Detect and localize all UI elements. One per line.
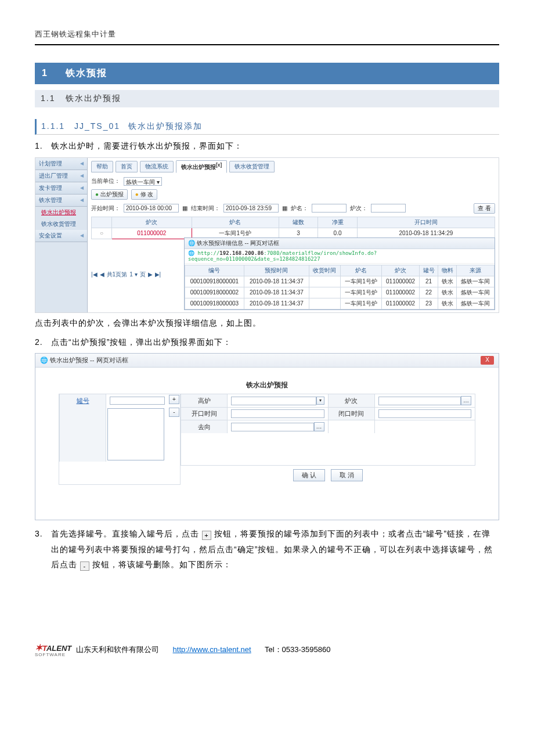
cell-luci: 011000002 xyxy=(112,228,192,239)
p1-text: 铁水出炉时，需要进行铁水出炉预报，界面如下： xyxy=(51,138,499,154)
pager-next-icon[interactable]: ▶ xyxy=(148,271,153,278)
h2-title: 铁水出炉预报 xyxy=(66,93,121,103)
start-input[interactable]: 2010-09-18 00:00 xyxy=(124,204,179,213)
row-radio[interactable] xyxy=(92,228,112,239)
close-button[interactable]: X xyxy=(481,356,494,365)
chevron-icon: ◀ xyxy=(80,173,84,178)
ph-1: 预报时间 xyxy=(244,265,309,276)
tab-receive[interactable]: 铁水收货管理 xyxy=(229,161,275,172)
th-radio xyxy=(92,217,112,228)
forecast-button[interactable]: 出炉预报 xyxy=(91,189,128,200)
calendar-icon[interactable]: ▦ xyxy=(282,205,287,211)
page-header: 西王钢铁远程集中计量 xyxy=(35,29,499,45)
popup-table: 编号 预报时间 收货时间 炉名 炉次 罐号 物料 来源 000100918000… xyxy=(185,265,495,309)
chevron-icon: ◀ xyxy=(80,233,84,238)
screenshot-main-ui: 计划管理◀ 进出厂管理◀ 发卡管理◀ 铁水管理◀ 铁水出炉预报 铁水收货管理 安… xyxy=(35,157,499,313)
sidebar-item-inout[interactable]: 进出厂管理◀ xyxy=(35,170,87,182)
inline-add-icon: + xyxy=(202,531,211,540)
sidebar-item-iron[interactable]: 铁水管理◀ xyxy=(35,195,87,207)
ok-button[interactable]: 确 认 xyxy=(293,469,325,481)
form-title: 铁水出炉预报 xyxy=(59,377,475,394)
lc-label: 炉次： xyxy=(350,204,367,213)
pager-last-icon[interactable]: ▶| xyxy=(155,271,161,278)
kaikou-label: 开口时间 xyxy=(181,408,227,420)
p2-text: 点击“出炉预报”按钮，弹出出炉预报界面如下： xyxy=(51,334,499,350)
p3c: 按钮，将该罐号删除。如下图所示： xyxy=(92,560,232,569)
end-input[interactable]: 2010-09-18 23:59 xyxy=(223,204,279,213)
unit-select[interactable]: 炼铁一车间 ▾ xyxy=(124,177,162,186)
paragraph-3: 3. 首先选择罐号。直接输入罐号后，点击 + 按钮，将要预报的罐号添加到下面的列… xyxy=(35,526,499,573)
popup-row: 0001009180000012010-09-18 11:34:37一车间1号炉… xyxy=(185,276,495,287)
sidebar-item-plan[interactable]: 计划管理◀ xyxy=(35,158,87,170)
th-kaikou: 开口时间 xyxy=(357,217,495,228)
guanhao-listbox[interactable] xyxy=(107,408,164,460)
h3-num: 1.1.1 xyxy=(41,121,65,131)
ln-input[interactable] xyxy=(312,204,347,213)
ph-7: 来源 xyxy=(456,265,494,276)
paragraph-2: 2. 点击“出炉预报”按钮，弹出出炉预报界面如下： xyxy=(35,334,499,350)
gaolu-label: 高炉 xyxy=(181,394,227,407)
sidebar-item-security[interactable]: 安全设置◀ xyxy=(35,230,87,242)
modify-button[interactable]: 修 改 xyxy=(131,189,158,200)
tab-logistics[interactable]: 物流系统 xyxy=(140,161,174,172)
dialog-title: 🌐 铁水出炉预报 -- 网页对话框 xyxy=(40,356,128,365)
inline-remove-icon: - xyxy=(80,561,89,571)
empty-cell xyxy=(374,420,476,433)
chevron-icon: ◀ xyxy=(80,185,84,190)
pager-num[interactable]: 1 ▾ xyxy=(129,271,137,278)
sidebar-sub-forecast[interactable]: 铁水出炉预报 xyxy=(35,207,87,218)
heading-3: 1.1.1 JJ_TS_01 铁水出炉预报添加 xyxy=(35,119,499,135)
paragraph-click: 点击列表中的炉次，会弹出本炉次预报详细信息，如上图。 xyxy=(35,315,499,331)
chevron-icon: ◀ xyxy=(80,161,84,166)
kaikou-input[interactable] xyxy=(231,409,324,418)
pager-prev-icon[interactable]: ◀ xyxy=(100,271,104,278)
h1-title: 铁水预报 xyxy=(66,68,107,78)
remove-button[interactable]: - xyxy=(169,408,179,417)
pager-text2: 页 xyxy=(140,271,146,279)
ph-4: 炉次 xyxy=(382,265,420,276)
sidebar: 计划管理◀ 进出厂管理◀ 发卡管理◀ 铁水管理◀ 铁水出炉预报 铁水收货管理 安… xyxy=(35,158,88,312)
sidebar-sub-receive[interactable]: 铁水收货管理 xyxy=(35,218,87,230)
empty-label xyxy=(328,420,374,433)
guanhao-link[interactable]: 罐号 xyxy=(77,397,89,405)
company-link[interactable]: http://www.cn-talent.net xyxy=(173,645,251,654)
th-luming: 炉名 xyxy=(192,217,279,228)
guanhao-input[interactable] xyxy=(110,397,165,405)
cancel-button[interactable]: 取 消 xyxy=(331,469,363,481)
ph-3: 炉名 xyxy=(340,265,381,276)
lc-input[interactable] xyxy=(371,204,406,213)
calendar-icon[interactable]: ▦ xyxy=(182,205,187,211)
p1-num: 1. xyxy=(35,138,51,154)
popup-url: 🌐 http://192.168.200.86:7080/materialflo… xyxy=(185,249,495,264)
unit-row: 当前单位： 炼铁一车间 ▾ xyxy=(91,175,495,188)
pager-first-icon[interactable]: |◀ xyxy=(91,271,98,278)
p3-num: 3. xyxy=(35,526,51,573)
chevron-icon: ◀ xyxy=(80,197,84,203)
filter-row: 开始时间： 2010-09-18 00:00 ▦ 结束时间： 2010-09-1… xyxy=(91,201,495,215)
tab-forecast[interactable]: 铁水出炉预报[x] xyxy=(176,160,227,173)
action-row: 出炉预报 修 改 xyxy=(91,188,495,201)
quxiang-browse-button[interactable]: … xyxy=(314,422,324,431)
query-button[interactable]: 查 看 xyxy=(474,203,495,214)
h3-code: JJ_TS_01 xyxy=(74,121,120,131)
ph-2: 收货时间 xyxy=(309,265,340,276)
sidebar-item-card[interactable]: 发卡管理◀ xyxy=(35,182,87,195)
add-button[interactable]: + xyxy=(169,395,179,404)
popup-row: 0001009180000022010-09-18 11:34:37一车间1号炉… xyxy=(185,287,495,298)
ph-5: 罐号 xyxy=(420,265,438,276)
tab-help[interactable]: 帮助 xyxy=(91,161,113,172)
quxiang-input[interactable] xyxy=(231,423,314,431)
bikou-label: 闭口时间 xyxy=(328,408,374,420)
main-panel: 帮助 首页 物流系统 铁水出炉预报[x] 铁水收货管理 当前单位： 炼铁一车间 … xyxy=(88,158,499,312)
luci-input[interactable] xyxy=(378,397,461,405)
dropdown-icon[interactable]: ▾ xyxy=(316,397,324,405)
company-tel: Tel：0533-3595860 xyxy=(265,645,330,655)
tab-bar: 帮助 首页 物流系统 铁水出炉预报[x] 铁水收货管理 xyxy=(91,160,495,173)
ph-0: 编号 xyxy=(185,265,244,276)
p2-num: 2. xyxy=(35,334,51,350)
luci-browse-button[interactable]: … xyxy=(461,396,471,405)
bikou-input[interactable] xyxy=(378,409,472,418)
gaolu-select[interactable] xyxy=(231,397,316,405)
tab-home[interactable]: 首页 xyxy=(116,161,138,172)
quxiang-label: 去向 xyxy=(181,420,227,433)
